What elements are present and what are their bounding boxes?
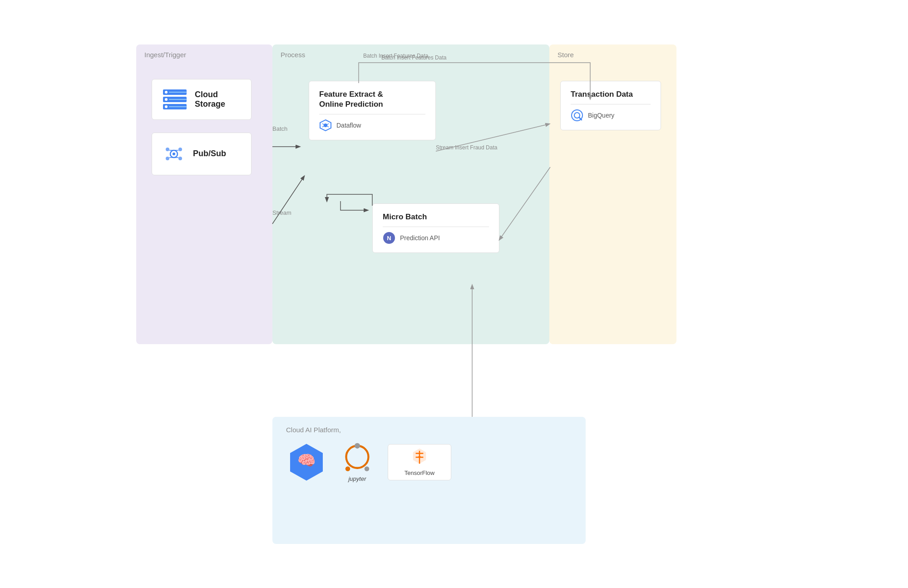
micro-batch-card: Micro Batch N Prediction API [372, 203, 499, 253]
zone-process: Process Feature Extract &Online Predicti… [272, 44, 549, 344]
prediction-api-label: Prediction API [400, 234, 440, 242]
svg-point-23 [346, 446, 369, 468]
svg-point-4 [166, 157, 169, 160]
ai-platform-label: Cloud AI Platform, [286, 426, 572, 434]
svg-point-11 [324, 124, 327, 127]
dataflow-icon [319, 119, 332, 132]
dataflow-label: Dataflow [336, 122, 361, 129]
ingest-label: Ingest/Trigger [144, 51, 186, 59]
store-label: Store [558, 51, 574, 59]
svg-line-14 [322, 126, 324, 127]
bigquery-label: BigQuery [588, 112, 614, 119]
svg-point-3 [178, 148, 182, 151]
transaction-data-card: Transaction Data BigQuery [560, 81, 661, 130]
tensorflow-icon: T [410, 448, 429, 467]
micro-batch-title: Micro Batch [383, 212, 427, 222]
svg-text:N: N [387, 235, 391, 242]
diagram-wrapper: Ingest/Trigger [136, 44, 772, 544]
bigquery-icon [571, 109, 583, 122]
jupyter-container: jupyter [341, 442, 373, 482]
svg-point-5 [178, 157, 182, 160]
zone-store: Store Transaction Data BigQuery [549, 44, 676, 344]
stream-insert-label: Stream Insert Fraud Data [436, 144, 497, 151]
feature-extract-card: Feature Extract &Online Prediction Da [309, 81, 436, 140]
zone-ingest: Ingest/Trigger [136, 44, 272, 344]
svg-point-26 [365, 466, 370, 471]
cloud-storage-card: Cloud Storage [152, 79, 252, 120]
feature-extract-title: Feature Extract &Online Prediction [319, 89, 383, 109]
jupyter-icon [341, 442, 373, 474]
svg-line-12 [322, 124, 324, 125]
batch-insert-label: Batch Insert Features Data [363, 53, 428, 59]
ai-platform-icon: 🧠 [286, 442, 327, 483]
jupyter-label: jupyter [348, 475, 366, 482]
pub-sub-card: Pub/Sub [152, 133, 252, 175]
svg-line-20 [579, 118, 582, 120]
cloud-storage-icon [163, 89, 187, 109]
svg-text:T: T [418, 455, 421, 460]
process-label: Process [281, 51, 305, 59]
prediction-api-icon: N [383, 232, 395, 244]
svg-text:🧠: 🧠 [297, 451, 316, 469]
pub-sub-label: Pub/Sub [193, 149, 226, 158]
pubsub-icon [163, 143, 185, 165]
svg-line-15 [327, 126, 329, 127]
svg-point-1 [173, 153, 175, 155]
ai-platform-zone: Cloud AI Platform, 🧠 jupyter [272, 417, 586, 544]
tensorflow-label: TensorFlow [405, 469, 434, 476]
tensorflow-card: T TensorFlow [388, 444, 451, 480]
svg-point-24 [355, 443, 360, 449]
svg-point-25 [345, 466, 350, 471]
svg-line-13 [327, 124, 329, 125]
transaction-title: Transaction Data [571, 89, 633, 99]
cloud-storage-label: Cloud Storage [195, 90, 240, 109]
svg-point-2 [166, 148, 169, 151]
